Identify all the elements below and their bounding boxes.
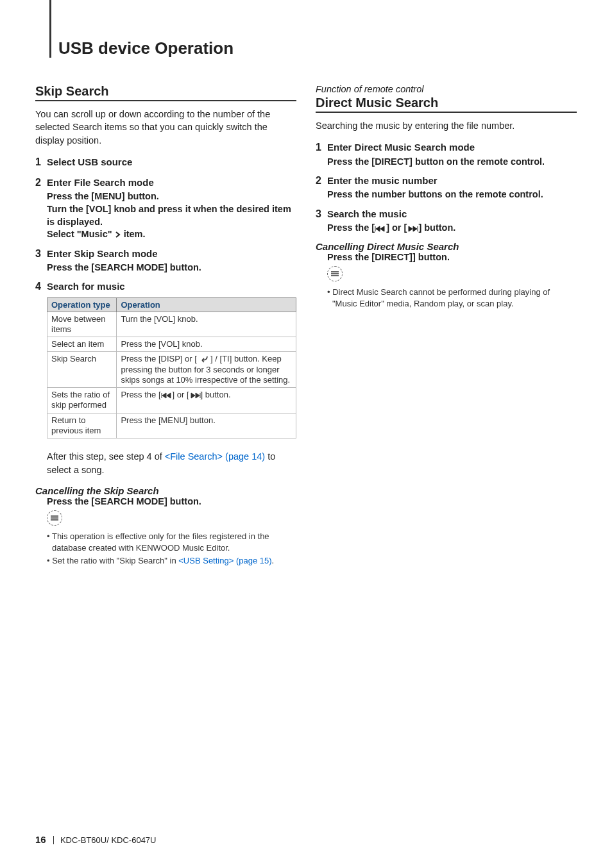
notes-list: Direct Music Search cannot be performed … (327, 287, 577, 310)
step-number: 4 (35, 280, 47, 444)
after-step-note: After this step, see step 4 of <File Sea… (47, 450, 296, 476)
step-instruction: Press the [SEARCH MODE] button. (47, 262, 296, 274)
model-label: KDC-BT60U/ KDC-6047U (60, 835, 157, 845)
note-item: Direct Music Search cannot be performed … (327, 287, 577, 310)
note-icon (327, 266, 343, 281)
right-column: Function of remote control Direct Music … (316, 84, 577, 568)
step-number: 2 (316, 174, 327, 201)
note-item: Set the ratio with "Skip Search" in <USB… (47, 555, 296, 567)
skip-back-icon (161, 392, 173, 399)
text-fragment: Press the [ (327, 222, 375, 233)
operation-table: Operation type Operation Move between it… (47, 297, 296, 439)
text-fragment: ] or [ (173, 390, 189, 399)
page-footer: 16 KDC-BT60U/ KDC-6047U (35, 834, 156, 845)
cell: Return to previous item (47, 413, 117, 438)
return-arrow-icon (200, 355, 208, 363)
cell: Sets the ratio of skip performed (47, 388, 117, 413)
step-title: Search the music (327, 208, 577, 221)
cancel-heading: Cancelling Direct Music Search (316, 241, 577, 252)
cancel-instruction: Press the [DIRECT]] button. (327, 252, 577, 262)
intro-direct-music: Searching the music by entering the file… (316, 119, 577, 132)
step-instruction: Turn the [VOL] knob and press it when th… (47, 203, 296, 228)
cell: Press the [VOL] knob. (117, 337, 296, 352)
page-number: 16 (35, 834, 46, 845)
note-item: This operation is effective only for the… (47, 531, 296, 554)
text-fragment: Press the [DISP] or [ (121, 354, 199, 363)
heading-direct-music-search: Direct Music Search (316, 96, 577, 113)
footer-separator (53, 836, 54, 844)
vertical-rule-decor (49, 0, 51, 58)
text-fragment: item. (121, 229, 146, 239)
step-number: 1 (316, 141, 327, 168)
cell: Turn the [VOL] knob. (117, 312, 296, 337)
step-3: 3 Search the music Press the [] or [] bu… (316, 208, 577, 235)
step-instruction: Press the [DIRECT] button on the remote … (327, 156, 577, 169)
step-number: 3 (35, 247, 47, 274)
cell: Press the [MENU] button. (117, 413, 296, 438)
text-fragment: Set the ratio with "Skip Search" in (52, 556, 178, 565)
step-title: Enter Skip Search mode (47, 247, 296, 260)
table-row: Return to previous item Press the [MENU]… (47, 413, 296, 438)
col-header-operation: Operation (117, 297, 296, 312)
table-row: Sets the ratio of skip performed Press t… (47, 388, 296, 413)
cell: Skip Search (47, 352, 117, 388)
step-title: Search for music (47, 280, 296, 293)
link-usb-setting[interactable]: <USB Setting> (page 15) (178, 556, 271, 565)
step-instruction: Select "Music" item. (47, 228, 296, 241)
step-instruction: Press the number buttons on the remote c… (327, 188, 577, 201)
step-1: 1 Select USB source (35, 156, 296, 170)
step-4: 4 Search for music Operation type Operat… (35, 280, 296, 444)
text-fragment: ] button. (201, 390, 231, 399)
skip-back-icon (375, 226, 386, 232)
step-3: 3 Enter Skip Search mode Press the [SEAR… (35, 247, 296, 274)
left-column: Skip Search You can scroll up or down ac… (35, 84, 296, 568)
page-title: USB device Operation (58, 38, 577, 58)
text-fragment: ] or [ (386, 222, 407, 233)
intro-skip-search: You can scroll up or down according to t… (35, 108, 296, 147)
note-icon (47, 510, 62, 526)
table-row: Select an item Press the [VOL] knob. (47, 337, 296, 352)
text-fragment: ] button. (418, 222, 455, 233)
skip-forward-icon (189, 392, 201, 399)
chevron-right-icon (115, 231, 121, 238)
table-row: Skip Search Press the [DISP] or [ ] / [T… (47, 352, 296, 388)
table-row: Move between items Turn the [VOL] knob. (47, 312, 296, 337)
step-title: Select USB source (47, 156, 296, 169)
step-title: Enter File Search mode (47, 176, 296, 189)
step-instruction: Press the [MENU] button. (47, 190, 296, 203)
step-1: 1 Enter Direct Music Search mode Press t… (316, 141, 577, 168)
text-fragment: Press the [ (121, 390, 160, 399)
text-fragment: . (272, 556, 275, 565)
text-fragment: Select "Music" (47, 229, 115, 239)
step-title: Enter Direct Music Search mode (327, 141, 577, 154)
step-number: 1 (35, 156, 47, 170)
cell: Select an item (47, 337, 117, 352)
cell: Move between items (47, 312, 117, 337)
col-header-operation-type: Operation type (47, 297, 117, 312)
link-file-search[interactable]: <File Search> (page 14) (165, 451, 265, 462)
cell: Press the [DISP] or [ ] / [TI] button. K… (117, 352, 296, 388)
step-number: 3 (316, 208, 327, 235)
cancel-heading: Cancelling the Skip Search (35, 485, 296, 496)
step-title: Enter the music number (327, 174, 577, 187)
step-2: 2 Enter File Search mode Press the [MENU… (35, 176, 296, 241)
step-instruction: Press the [] or [] button. (327, 222, 577, 235)
function-subhead: Function of remote control (316, 84, 577, 94)
cell: Press the [] or [] button. (117, 388, 296, 413)
heading-skip-search: Skip Search (35, 84, 296, 101)
step-2: 2 Enter the music number Press the numbe… (316, 174, 577, 201)
step-number: 2 (35, 176, 47, 241)
cancel-instruction: Press the [SEARCH MODE] button. (47, 496, 296, 506)
text-fragment: After this step, see step 4 of (47, 451, 165, 462)
notes-list: This operation is effective only for the… (47, 531, 296, 567)
skip-forward-icon (407, 226, 418, 232)
